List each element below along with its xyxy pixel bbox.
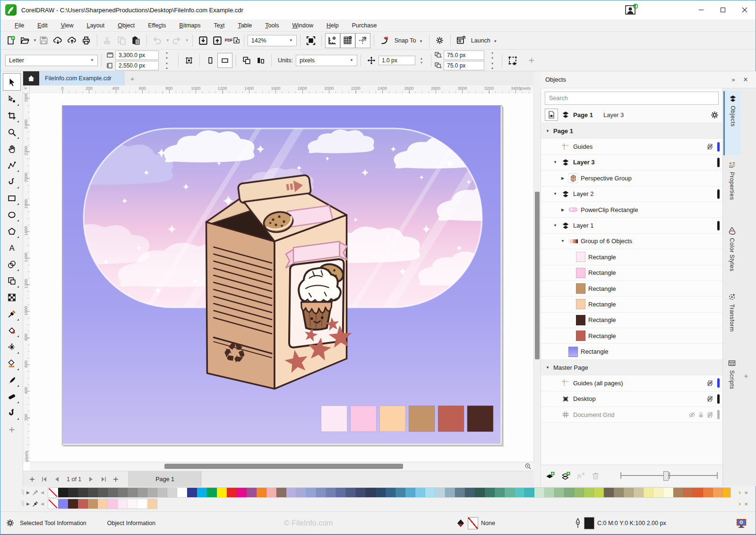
minimize-button[interactable] — [690, 1, 712, 19]
palette-more-icon[interactable]: » — [745, 501, 748, 507]
layer-color-bar[interactable] — [717, 394, 720, 404]
default-palette-swatch[interactable] — [336, 488, 346, 497]
default-palette-swatch[interactable] — [276, 488, 286, 497]
dock-tab-objects[interactable]: Objects — [723, 91, 740, 155]
default-palette-swatch[interactable] — [306, 488, 316, 497]
menu-bitmaps[interactable]: Bitmaps — [172, 20, 207, 31]
printable-toggle-icon[interactable] — [706, 411, 713, 418]
canvas[interactable]: ♻ — [30, 93, 533, 462]
undo-button-dropdown-arrow[interactable]: ▼ — [166, 38, 170, 42]
menu-effects[interactable]: Effects — [141, 20, 172, 31]
close-button[interactable] — [734, 1, 756, 19]
object-row-powerclip-rectangle[interactable]: ▶PowerClip Rectangle — [541, 202, 722, 218]
object-row-rectangle[interactable]: Rectangle — [541, 249, 722, 265]
section-master-page[interactable]: ▼Master Page — [541, 360, 722, 375]
polygon-tool[interactable] — [3, 223, 20, 239]
thumbnail-size-slider[interactable] — [620, 471, 718, 480]
palette-eyedropper-icon[interactable] — [32, 490, 38, 496]
default-palette-swatch[interactable] — [435, 488, 445, 497]
default-palette-swatch[interactable] — [356, 488, 366, 497]
interactive-fill-tool[interactable] — [3, 405, 20, 421]
propbar-more-button[interactable] — [524, 53, 539, 68]
document-tab[interactable]: FileInfo.com Example.cdr — [39, 71, 124, 85]
pen-tool[interactable] — [3, 173, 20, 190]
default-palette-swatch[interactable] — [395, 488, 405, 497]
default-palette-swatch[interactable] — [128, 488, 137, 497]
outline-color-status[interactable]: C:0 M:0 Y:0 K:100 2.00 px — [575, 517, 666, 529]
menu-help[interactable]: Help — [320, 20, 345, 31]
launch-icon[interactable] — [454, 34, 468, 48]
default-palette-swatch[interactable] — [346, 488, 356, 497]
object-row-perspective-group[interactable]: ▶Perspective Group — [541, 170, 722, 186]
default-palette-swatch[interactable] — [98, 488, 108, 497]
object-row-layer-2[interactable]: ▼Layer 2 — [541, 187, 722, 202]
page-width-field[interactable]: 3,300.0 px — [115, 51, 159, 60]
add-tool-button[interactable] — [3, 421, 20, 438]
redo-button-dropdown-arrow[interactable]: ▼ — [185, 38, 189, 42]
layer-color-bar[interactable] — [717, 378, 720, 388]
launch-dropdown[interactable]: Launch ▼ — [471, 37, 497, 44]
redo-button[interactable] — [170, 34, 184, 48]
treat-as-filled-button[interactable] — [506, 53, 520, 68]
page-preset-dropdown[interactable]: Letter▼ — [5, 55, 98, 66]
all-pages-button[interactable] — [240, 53, 254, 68]
object-row-desktop[interactable]: Desktop — [541, 391, 722, 407]
default-palette-swatch[interactable] — [376, 488, 386, 497]
publish-to-pdf-button[interactable]: PDF — [224, 34, 241, 48]
delete-button[interactable] — [592, 472, 600, 480]
new-document-tab-button[interactable]: + — [124, 71, 140, 85]
landscape-orientation-button[interactable] — [217, 53, 232, 68]
printable-toggle-icon[interactable] — [706, 395, 713, 402]
default-palette-swatch[interactable] — [594, 488, 604, 497]
default-palette-swatch[interactable] — [257, 488, 266, 497]
default-palette-swatch[interactable] — [405, 488, 415, 497]
object-row-layer-1[interactable]: ▼Layer 1 — [541, 218, 722, 233]
new-layer-button[interactable] — [546, 471, 555, 480]
snap-to-dropdown[interactable]: Snap To ▼ — [395, 37, 423, 44]
document-palette-swatch[interactable] — [88, 499, 98, 509]
export-button[interactable] — [210, 34, 224, 48]
menu-text[interactable]: Text — [207, 20, 231, 31]
expander-icon[interactable]: ▼ — [560, 239, 566, 243]
expander-icon[interactable]: ▼ — [552, 160, 558, 164]
default-palette-swatch[interactable] — [207, 488, 217, 497]
default-palette-swatch[interactable] — [88, 488, 98, 497]
page-height-field[interactable]: 2,550.0 px — [115, 61, 159, 70]
default-palette-swatch[interactable] — [644, 488, 653, 497]
text-tool[interactable]: A — [3, 239, 20, 256]
document-palette-swatch[interactable] — [98, 499, 108, 509]
effects-button[interactable]: fx — [577, 472, 585, 480]
expander-icon[interactable]: ▶ — [560, 176, 566, 180]
default-palette-none-swatch[interactable] — [48, 488, 58, 497]
default-palette-swatch[interactable] — [147, 488, 157, 497]
default-palette-swatch[interactable] — [495, 488, 505, 497]
download-from-cloud-button[interactable] — [51, 34, 65, 48]
default-palette-swatch[interactable] — [554, 488, 564, 497]
show-rulers-toggle[interactable] — [325, 33, 340, 48]
new-master-layer-button[interactable] — [561, 471, 570, 480]
document-palette-swatch[interactable] — [58, 499, 68, 509]
layer-color-bar[interactable] — [717, 158, 720, 167]
layer-options-gear-icon[interactable] — [711, 111, 719, 119]
ruler-origin-corner[interactable] — [23, 85, 30, 93]
default-palette-swatch[interactable] — [445, 488, 455, 497]
object-row-rectangle[interactable]: Rectangle — [541, 328, 722, 344]
snap-off-button[interactable] — [378, 34, 392, 48]
default-palette-swatch[interactable] — [266, 488, 276, 497]
blend-tool[interactable] — [3, 256, 20, 272]
default-palette-swatch[interactable] — [326, 488, 336, 497]
current-page-button[interactable] — [254, 53, 268, 68]
import-button[interactable] — [196, 34, 210, 48]
portrait-orientation-button[interactable] — [203, 53, 217, 68]
object-row-rectangle[interactable]: Rectangle — [541, 313, 722, 328]
palette-drag-handle[interactable] — [21, 500, 24, 508]
full-screen-preview-button[interactable] — [304, 34, 318, 48]
contour-tool[interactable] — [3, 272, 20, 289]
expander-icon[interactable]: ▼ — [552, 223, 558, 228]
object-row-group-of-6-objects[interactable]: ▼Group of 6 Objects — [541, 234, 722, 249]
document-palette-swatch[interactable] — [78, 499, 88, 509]
default-palette-swatch[interactable] — [187, 488, 197, 497]
menu-edit[interactable]: Edit — [31, 20, 54, 31]
default-palette-swatch[interactable] — [653, 488, 663, 497]
document-palette-swatch[interactable] — [128, 499, 137, 509]
